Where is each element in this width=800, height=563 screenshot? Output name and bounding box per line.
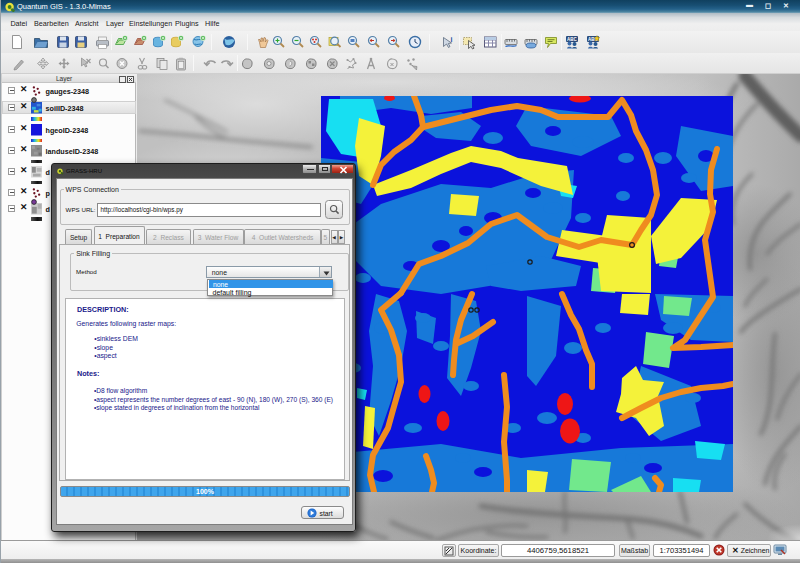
svg-text:i: i <box>451 36 453 43</box>
svg-text:ABC: ABC <box>567 37 577 42</box>
